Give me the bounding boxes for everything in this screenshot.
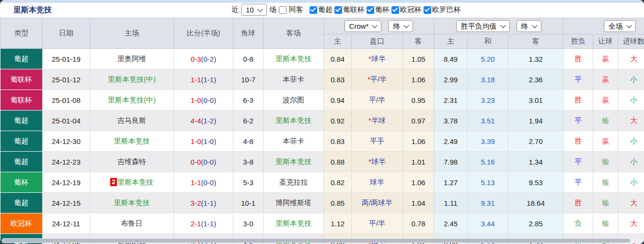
competition-badge: 葡联杯 bbox=[0, 69, 43, 90]
col-handicap-result: 让球 bbox=[593, 34, 618, 49]
league-filter: 欧罗巴杯 bbox=[424, 5, 462, 14]
competition-badge: 葡超 bbox=[0, 49, 43, 69]
cell-avg-draw: 5.16 bbox=[468, 152, 508, 172]
cell-avg-draw: 5.20 bbox=[468, 49, 508, 69]
cell-odds-away: 1.04 bbox=[403, 193, 434, 213]
cell-score: 1-0(1-0) bbox=[174, 131, 233, 152]
match-history-widget: 里斯本竞技 近 10 场 同客 葡超葡联杯葡杯欧冠杯欧罗巴杯 bbox=[0, 0, 644, 244]
cell-goals-result: 小 bbox=[618, 131, 644, 152]
cell-avg-draw: 3.44 bbox=[468, 213, 508, 234]
result-scope-group: 全场 bbox=[564, 18, 644, 34]
league-checkbox[interactable] bbox=[367, 6, 374, 14]
cell-avg-draw: 3.39 bbox=[468, 131, 508, 152]
cell-odds-home: 0.94 bbox=[324, 90, 352, 111]
league-checkbox[interactable] bbox=[424, 6, 431, 14]
league-filter: 欧冠杯 bbox=[391, 5, 423, 14]
cell-away-team: 波尔图 bbox=[264, 90, 324, 111]
cell-corners: 10-7 bbox=[233, 69, 264, 90]
cell-avg-draw: 3.51 bbox=[468, 111, 508, 131]
match-row: 葡超25-01-04吉马良斯4-4(1-2)6-2里斯本竞技0.92*半球0.9… bbox=[0, 111, 644, 131]
cell-odds-home: 0.83 bbox=[324, 69, 352, 90]
odds-period-value: 终 bbox=[393, 22, 400, 31]
league-checkbox[interactable] bbox=[334, 6, 342, 14]
horizontal-scrollbar[interactable] bbox=[2, 238, 642, 243]
col-corners: 角球 bbox=[233, 18, 264, 49]
league-label: 葡超 bbox=[318, 5, 333, 14]
cell-odds-home: 0.85 bbox=[324, 193, 352, 213]
average-period-select[interactable]: 终 bbox=[517, 20, 541, 32]
cell-handicap-line: *半球 bbox=[352, 111, 403, 131]
cell-odds-away: 1.06 bbox=[403, 172, 434, 193]
competition-badge: 葡超 bbox=[0, 131, 43, 152]
scope-select[interactable]: 全场 bbox=[604, 20, 636, 32]
cell-avg-away: 1.32 bbox=[508, 49, 564, 69]
average-odds-group: 胜平负均值 终 bbox=[434, 18, 564, 34]
col-odds-away: 客 bbox=[403, 34, 434, 49]
league-checkbox[interactable] bbox=[391, 6, 399, 14]
cell-goals-result: 大 bbox=[618, 193, 644, 213]
average-type-value: 胜平负均值 bbox=[461, 22, 497, 31]
cell-wdl-result: 胜 bbox=[564, 49, 593, 69]
cell-score: 2-1(1-1) bbox=[174, 213, 233, 234]
cell-avg-away: 1.34 bbox=[508, 152, 564, 172]
cell-avg-away: 18.64 bbox=[508, 193, 564, 213]
col-odds-home: 主 bbox=[324, 34, 352, 49]
cell-date: 24-12-30 bbox=[43, 131, 90, 152]
cell-corners: 4-8 bbox=[233, 131, 264, 152]
average-period-value: 终 bbox=[521, 22, 529, 31]
cell-away-team: 本菲卡 bbox=[264, 131, 324, 152]
cell-score: 0-3(0-2) bbox=[174, 49, 233, 69]
recent-count-select[interactable]: 10 bbox=[241, 4, 267, 16]
cell-avg-home: 8.49 bbox=[434, 49, 468, 69]
cell-handicap-result: 赢 bbox=[593, 49, 618, 69]
cell-goals-result: 小 bbox=[618, 152, 644, 172]
near-label: 近 bbox=[231, 5, 239, 14]
cell-wdl-result: 平 bbox=[564, 111, 593, 131]
cell-handicap-line: *球半 bbox=[352, 152, 403, 172]
chevron-down-icon bbox=[532, 22, 537, 28]
cell-handicap-line: 平手 bbox=[352, 131, 403, 152]
page-title: 里斯本竞技 bbox=[13, 5, 52, 15]
league-checkbox[interactable] bbox=[310, 6, 317, 14]
rank-badge: 2 bbox=[110, 178, 117, 186]
same-away-checkbox[interactable] bbox=[279, 6, 287, 14]
cell-home-team: 里斯本竞技 bbox=[90, 131, 174, 152]
cell-corners: 0-8 bbox=[233, 49, 264, 69]
cell-odds-away: 1.05 bbox=[403, 49, 434, 69]
cell-avg-home: 1.27 bbox=[434, 172, 468, 193]
cell-handicap-result: 输 bbox=[593, 213, 618, 234]
odds-company-select[interactable]: Crow* bbox=[345, 20, 382, 32]
cell-handicap-result: 赢 bbox=[593, 131, 618, 152]
cell-goals-result: 大 bbox=[618, 49, 644, 69]
cell-corners: 6-3 bbox=[233, 90, 264, 111]
cell-score: 4-4(1-2) bbox=[174, 111, 233, 131]
col-date: 日期 bbox=[43, 18, 90, 49]
cell-avg-away: 9.53 bbox=[508, 172, 564, 193]
scrollbar-thumb[interactable] bbox=[3, 239, 630, 243]
chevron-down-icon bbox=[372, 22, 378, 28]
cell-goals-result: 小 bbox=[618, 172, 644, 193]
cell-wdl-result: 负 bbox=[564, 213, 593, 234]
cell-home-team: 里斯本竞技 bbox=[90, 193, 174, 213]
average-type-select[interactable]: 胜平负均值 bbox=[456, 20, 510, 32]
cell-date: 24-12-19 bbox=[43, 172, 90, 193]
match-row: 葡超24-12-23吉维森特0-0(0-0)3-8里斯本竞技0.88*球半1.0… bbox=[0, 152, 644, 172]
cell-avg-away: 2.85 bbox=[508, 213, 564, 234]
scope-value: 全场 bbox=[609, 22, 623, 31]
cell-score: 1-1(0-0) bbox=[174, 172, 233, 193]
cell-home-team: 吉马良斯 bbox=[90, 111, 174, 131]
cell-avg-home: 2.99 bbox=[434, 69, 468, 90]
match-row: 葡联杯25-01-12里斯本竞技(中)1-1(1-1)10-7本菲卡0.83*平… bbox=[0, 69, 644, 90]
cell-score: 1-0(0-0) bbox=[174, 90, 233, 111]
cell-wdl-result: 胜 bbox=[564, 193, 593, 213]
cell-score: 3-2(1-1) bbox=[174, 193, 233, 213]
cell-avg-draw: 9.31 bbox=[468, 193, 508, 213]
cell-date: 24-12-15 bbox=[43, 193, 90, 213]
check-icon bbox=[392, 8, 398, 12]
cell-wdl-result: 平 bbox=[564, 69, 593, 90]
competition-badge: 欧冠杯 bbox=[0, 213, 43, 234]
odds-period-select[interactable]: 终 bbox=[388, 20, 413, 32]
col-score: 比分(半场) bbox=[174, 18, 233, 49]
odds-company-group: Crow* 终 bbox=[324, 18, 434, 34]
cell-handicap-line: *平/半 bbox=[352, 69, 403, 90]
